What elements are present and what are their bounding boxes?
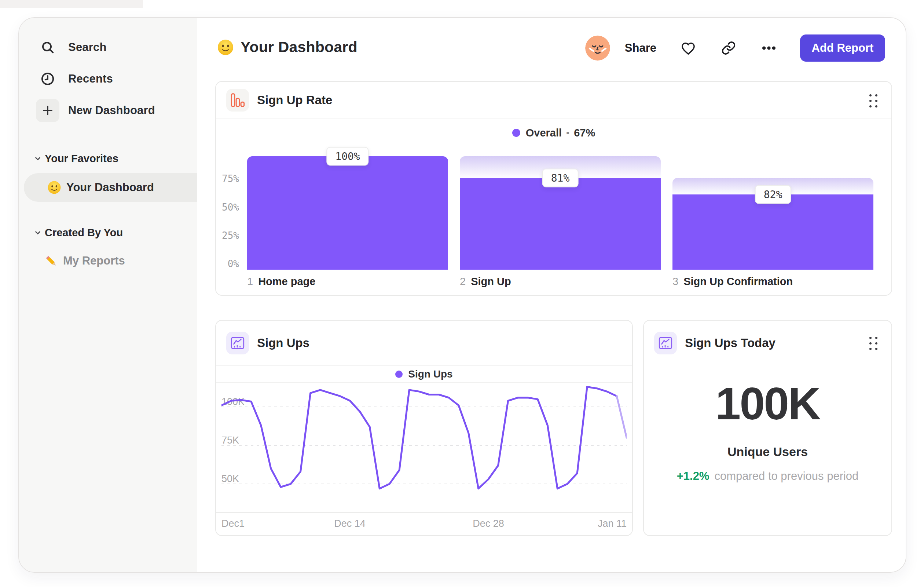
funnel-columns: 100%81%82% [247,156,873,270]
funnel-step-label: 3Sign Up Confirmation [672,276,873,288]
smiley-emoji [217,39,234,56]
smiley-emoji [47,180,61,194]
sidebar-item-label: My Reports [63,254,125,268]
section-your-favorites[interactable]: Your Favorites [19,149,197,168]
favorite-heart-icon[interactable] [680,40,697,56]
drag-handle-icon[interactable] [870,337,878,350]
x-axis-line [216,512,632,513]
card-header: Sign Ups Today [644,321,891,365]
chevron-down-icon [33,154,43,163]
funnel-bar-step-2[interactable]: 81% [460,156,661,270]
bar-value-tooltip: 100% [326,147,368,166]
page-header: Your Dashboard Sha [197,18,906,79]
funnel-y-tick: 50% [222,202,239,213]
line-chart-svg [221,386,627,512]
funnel-step-label: 2Sign Up [460,276,661,288]
bar-chart-icon [226,89,249,112]
sidebar-item-recents[interactable]: Recents [19,66,197,91]
sidebar-item-label: New Dashboard [68,104,155,117]
page-title-group: Your Dashboard [217,38,358,56]
bar-value-tooltip: 81% [542,169,579,187]
chevron-down-icon [33,228,43,237]
copy-link-icon[interactable] [720,40,737,56]
funnel-bar-step-3[interactable]: 82% [672,156,873,270]
funnel-step-label: 1Home page [247,276,448,288]
avatar[interactable] [585,36,610,61]
bar-value-tooltip: 82% [755,185,791,203]
sidebar-item-search[interactable]: Search [19,35,197,60]
legend-dot [395,370,403,378]
x-tick-label: Jan 11 [598,518,627,529]
sidebar-item-label: Your Dashboard [66,181,154,194]
legend-name: Sign Ups [408,368,452,380]
card-title: Sign Ups Today [685,336,776,350]
line-legend[interactable]: Sign Ups [216,366,632,383]
legend-value: 67% [574,127,595,139]
legend-separator: • [566,127,569,139]
section-created-by-you[interactable]: Created By You [19,223,197,242]
page-title: Your Dashboard [241,38,358,56]
sidebar-item-label: Search [68,41,107,54]
screen: Search Recents New Dashboard [0,0,924,587]
line-chart-icon [654,332,677,354]
funnel-legend[interactable]: Overall • 67% [216,125,891,141]
drag-handle-icon[interactable] [870,94,878,107]
metric-change: +1.2% compared to previous period [644,470,891,483]
card-title: Sign Up Rate [257,93,332,107]
sign-ups-today-card: Sign Ups Today 100K Unique Users +1.2% c… [643,320,892,536]
pencil-emoji [44,254,58,268]
legend-name: Overall [526,127,562,139]
sign-ups-card: Sign Ups Sign Ups 100K 75K 50K Dec1 Dec … [215,320,633,536]
main-content: Your Dashboard Sha [197,18,906,572]
search-icon [36,36,59,59]
metric-label: Unique Users [644,445,891,459]
section-title: Created By You [45,227,123,239]
sign-up-rate-card: Sign Up Rate Overall • 67% 75%50%25%0% 1… [215,81,892,296]
funnel-y-tick: 0% [228,258,239,269]
funnel-step-labels: 1Home page2Sign Up3Sign Up Confirmation [247,276,873,288]
x-tick-label: Dec1 [221,518,244,529]
card-title: Sign Ups [257,336,309,350]
sidebar-item-my-reports[interactable]: My Reports [44,248,125,273]
line-chart-icon [226,332,249,354]
metric-value: 100K [644,381,891,426]
card-header: Sign Ups [216,321,632,366]
more-options-icon[interactable] [761,40,777,56]
x-tick-label: Dec 14 [334,518,366,529]
x-tick-label: Dec 28 [473,518,504,529]
sidebar: Search Recents New Dashboard [19,18,198,572]
funnel-bar-step-1[interactable]: 100% [247,156,448,270]
sidebar-item-your-dashboard[interactable]: Your Dashboard [24,173,212,202]
funnel-y-tick: 75% [222,173,239,184]
sidebar-item-label: Recents [68,72,113,86]
header-controls: Share [585,35,885,62]
change-description: compared to previous period [714,470,858,483]
add-report-button[interactable]: Add Report [800,35,885,62]
section-title: Your Favorites [45,153,119,165]
funnel-y-tick: 25% [222,230,239,241]
line-chart-plot [221,386,627,512]
share-button[interactable]: Share [625,41,656,55]
sidebar-item-new-dashboard[interactable]: New Dashboard [19,98,197,123]
change-percent: +1.2% [677,470,710,483]
clock-icon [36,67,59,91]
app-window: Search Recents New Dashboard [18,17,906,573]
plus-icon [36,99,59,122]
funnel-y-axis: 75%50%25%0% [216,156,239,270]
legend-dot [512,129,520,137]
top-left-strip [0,0,143,8]
card-header: Sign Up Rate [216,82,891,119]
